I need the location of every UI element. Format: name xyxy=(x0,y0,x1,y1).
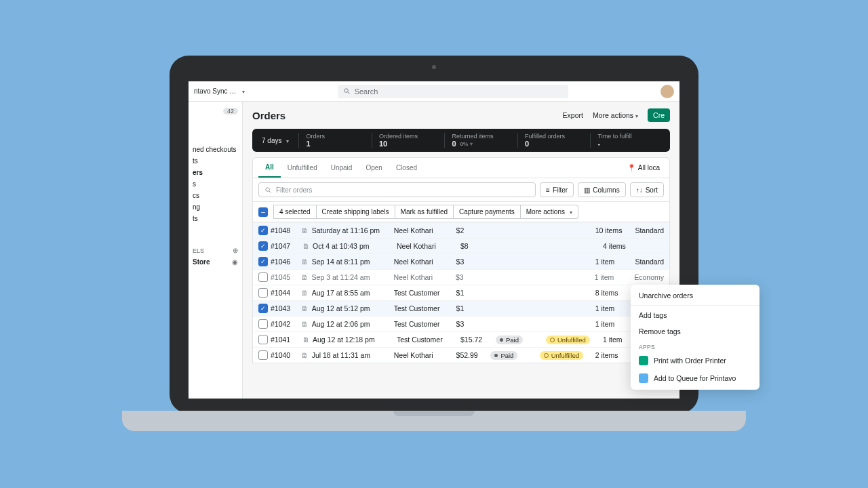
avatar[interactable] xyxy=(660,85,674,98)
row-checkbox[interactable] xyxy=(258,288,268,298)
svg-line-3 xyxy=(269,190,271,192)
order-customer: Neel Kothari xyxy=(393,273,453,281)
metric-ordered-items[interactable]: Ordered items10 xyxy=(372,133,445,148)
order-items: 8 items xyxy=(595,289,633,297)
sidebar-item[interactable]: ts xyxy=(191,213,239,224)
dd-remove-tags[interactable]: Remove tags xyxy=(631,323,679,340)
range-picker[interactable]: 7 days xyxy=(259,137,298,144)
table-row[interactable]: #1047🗎Oct 4 at 10:43 pmNeel Kothari$84 i… xyxy=(253,238,669,253)
select-all-checkbox[interactable]: – xyxy=(258,207,268,217)
row-checkbox[interactable] xyxy=(258,335,268,344)
svg-point-0 xyxy=(344,89,347,93)
tab-unfulfilled[interactable]: Unfulfilled xyxy=(281,159,324,177)
note-icon: 🗎 xyxy=(301,304,309,312)
order-id: #1043 xyxy=(271,304,298,312)
laptop-frame: ntavo Sync … Search 42 ned checkouts ts … xyxy=(170,56,698,413)
table-row[interactable]: #1045🗎Sep 3 at 11:24 amNeel Kothari$31 i… xyxy=(253,269,669,285)
row-checkbox[interactable] xyxy=(258,319,268,329)
order-customer: Test Customer xyxy=(394,289,454,297)
filter-button[interactable]: ≡Filter xyxy=(540,182,574,197)
topbar: ntavo Sync … Search xyxy=(189,81,679,102)
mark-as-fulfilled-button[interactable]: Mark as fulfilled xyxy=(395,205,454,219)
chevron-down-icon xyxy=(284,137,289,144)
table-row[interactable]: #1041🗎Aug 12 at 12:18 pmTest Customer$15… xyxy=(253,331,669,347)
order-customer: Test Customer xyxy=(397,336,458,344)
columns-button[interactable]: ▥Columns xyxy=(578,182,625,197)
orders-table: #1048🗎Saturday at 11:16 pmNeel Kothari$2… xyxy=(252,222,670,363)
tab-closed[interactable]: Closed xyxy=(389,159,424,177)
search-input[interactable]: Search xyxy=(338,85,568,98)
order-items: 2 items xyxy=(595,351,633,359)
table-row[interactable]: #1044🗎Aug 17 at 8:55 amTest Customer$18 … xyxy=(253,285,669,300)
search-wrap: Search xyxy=(250,85,655,98)
dd-app-printavo[interactable]: Add to Queue for Printavo xyxy=(631,369,679,387)
table-row[interactable]: #1043🗎Aug 12 at 5:12 pmTest Customer$11 … xyxy=(253,300,669,316)
tab-open[interactable]: Open xyxy=(359,159,389,177)
order-id: #1046 xyxy=(271,258,298,266)
create-order-button[interactable]: Cre xyxy=(648,108,670,122)
dd-apps-header: APPS xyxy=(631,340,679,352)
store-name: ntavo Sync … xyxy=(194,87,236,95)
location-filter[interactable]: 📍All loca xyxy=(623,160,664,176)
sidebar-item[interactable]: ers xyxy=(191,167,239,178)
capture-payments-button[interactable]: Capture payments xyxy=(454,205,521,219)
order-date: Saturday at 11:16 pm xyxy=(312,226,391,235)
tab-all[interactable]: All xyxy=(258,158,281,178)
order-date: Sep 3 at 11:24 am xyxy=(312,273,391,281)
order-date: Jul 18 at 11:31 am xyxy=(312,351,391,359)
store-switcher[interactable]: ntavo Sync … xyxy=(194,87,245,95)
note-icon: 🗎 xyxy=(301,320,309,328)
note-icon: 🗎 xyxy=(301,226,309,235)
row-checkbox[interactable] xyxy=(258,304,268,313)
tab-unpaid[interactable]: Unpaid xyxy=(324,159,359,177)
metric-orders[interactable]: Orders1 xyxy=(298,133,372,148)
eye-icon[interactable]: ◉ xyxy=(232,258,238,266)
order-total: $2 xyxy=(456,226,488,235)
row-checkbox[interactable] xyxy=(258,226,268,235)
table-row[interactable]: #1042🗎Aug 12 at 2:06 pmTest Customer$31 … xyxy=(253,316,669,331)
metrics-bar: 7 days Orders1 Ordered items10 Returned … xyxy=(252,129,670,152)
metric-returned[interactable]: Returned items00% xyxy=(444,133,517,148)
plus-icon[interactable]: ⊕ xyxy=(233,247,238,254)
row-checkbox[interactable] xyxy=(258,350,268,360)
row-checkbox[interactable] xyxy=(258,257,268,266)
row-checkbox[interactable] xyxy=(258,241,268,251)
order-fulfillment: Unfulfilled xyxy=(546,336,600,344)
order-items: 1 item xyxy=(595,320,633,328)
sidebar-item[interactable]: ts xyxy=(191,155,239,167)
dd-add-tags[interactable]: Add tags xyxy=(631,307,679,323)
sidebar-item[interactable]: cs xyxy=(191,190,239,201)
pin-icon: 📍 xyxy=(627,164,635,171)
table-row[interactable]: #1048🗎Saturday at 11:16 pmNeel Kothari$2… xyxy=(253,222,669,238)
create-shipping-labels-button[interactable]: Create shipping labels xyxy=(317,205,395,219)
order-id: #1040 xyxy=(271,351,298,359)
sidebar-item-store[interactable]: Store◉ xyxy=(191,256,239,268)
order-id: #1048 xyxy=(271,226,298,235)
note-icon: 🗎 xyxy=(301,258,309,266)
order-total: $3 xyxy=(456,273,488,281)
sort-button[interactable]: ↑↓Sort xyxy=(630,182,664,197)
metric-fulfilled[interactable]: Fulfilled orders0 xyxy=(517,133,591,148)
table-row[interactable]: #1040🗎Jul 18 at 11:31 amNeel Kothari$52.… xyxy=(253,347,669,363)
more-actions-dropdown: Unarchive orders Add tags Remove tags AP… xyxy=(631,285,679,390)
export-link[interactable]: Export xyxy=(563,111,583,119)
filter-orders-input[interactable]: Filter orders xyxy=(258,182,536,197)
note-icon: 🗎 xyxy=(302,242,310,250)
sidebar-item[interactable]: ng xyxy=(191,201,239,213)
order-total: $3 xyxy=(456,320,488,328)
sidebar-item[interactable]: ned checkouts xyxy=(191,144,239,155)
dd-app-order-printer[interactable]: Print with Order Printer xyxy=(631,352,679,369)
order-customer: Neel Kothari xyxy=(397,242,458,250)
more-actions-menu[interactable]: More actions xyxy=(593,111,638,119)
sidebar-item[interactable]: s xyxy=(191,178,239,190)
sort-icon: ↑↓ xyxy=(636,186,643,194)
metric-time-fulfill[interactable]: Time to fulfill- xyxy=(590,133,663,148)
app-icon xyxy=(639,356,648,365)
table-row[interactable]: #1046🗎Sep 14 at 8:11 pmNeel Kothari$31 i… xyxy=(253,253,669,269)
dd-unarchive[interactable]: Unarchive orders xyxy=(631,287,679,304)
order-shipping: Economy xyxy=(634,273,664,281)
order-total: $1 xyxy=(456,304,488,312)
bulk-more-actions-button[interactable]: More actions xyxy=(521,205,578,219)
row-checkbox[interactable] xyxy=(258,272,268,282)
order-date: Aug 12 at 2:06 pm xyxy=(312,320,391,328)
